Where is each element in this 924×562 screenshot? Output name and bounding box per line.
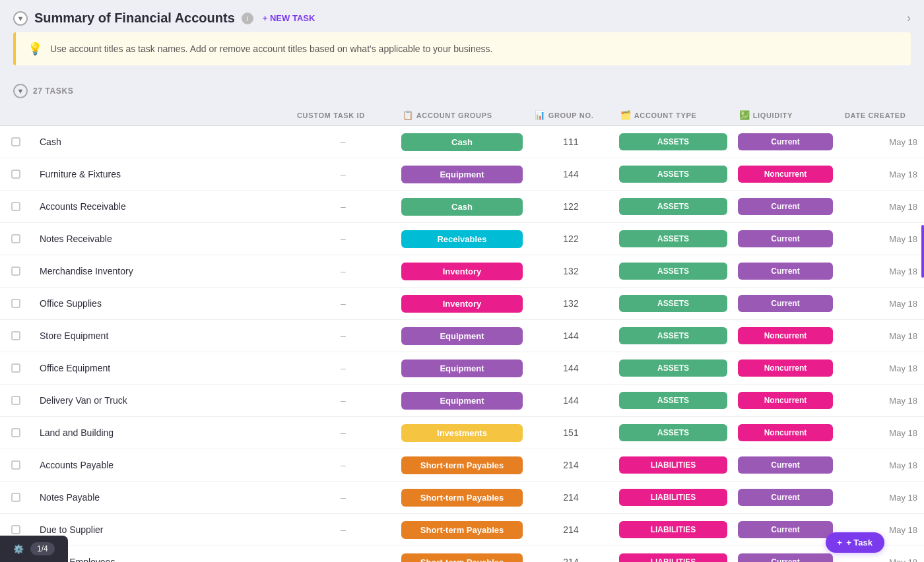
row-checkbox[interactable] (11, 460, 20, 470)
row-checkbox[interactable] (11, 170, 20, 179)
group-badge[interactable]: Short-term Payables (401, 489, 523, 507)
row-custom-id: – (290, 293, 396, 314)
row-custom-id: – (290, 325, 396, 346)
row-liquidity: Current (733, 454, 838, 476)
row-checkbox[interactable] (11, 428, 20, 437)
row-liquidity: Current (733, 131, 838, 153)
table-row[interactable]: Delivery Van or Truck – Equipment 144 AS… (0, 385, 924, 417)
table-row[interactable]: Land and Building – Investments 151 ASSE… (0, 417, 924, 449)
liquidity-badge[interactable]: Current (738, 456, 833, 474)
liquidity-badge[interactable]: Current (738, 230, 833, 247)
table-row[interactable]: Store Equipment – Equipment 144 ASSETS N… (0, 320, 924, 352)
account-type-badge[interactable]: ASSETS (619, 359, 727, 377)
table-row[interactable]: Cash – Cash 111 ASSETS Current May 18 (0, 126, 924, 158)
liquidity-badge[interactable]: Current (738, 553, 833, 562)
settings-icon[interactable]: ⚙️ (13, 544, 24, 554)
table-row[interactable]: Due to Supplier – Short-term Payables 21… (0, 514, 924, 546)
group-badge[interactable]: Short-term Payables (401, 553, 523, 563)
row-checkbox[interactable] (11, 266, 20, 276)
account-type-badge[interactable]: ASSETS (619, 166, 727, 183)
group-badge[interactable]: Equipment (401, 327, 523, 345)
row-custom-id: – (290, 422, 396, 443)
table-row[interactable]: Notes Payable – Short-term Payables 214 … (0, 482, 924, 514)
row-checkbox[interactable] (11, 363, 20, 373)
group-badge[interactable]: Receivables (401, 230, 523, 248)
new-task-button[interactable]: + NEW TASK (263, 13, 315, 23)
account-type-badge[interactable]: ASSETS (619, 327, 727, 344)
row-checkbox-cell (0, 170, 32, 179)
row-checkbox[interactable] (11, 234, 20, 243)
info-icon[interactable]: i (242, 13, 253, 24)
row-group-no: 132 (528, 293, 614, 314)
row-checkbox-cell (0, 363, 32, 373)
account-type-badge[interactable]: ASSETS (619, 198, 727, 215)
row-date: May 18 (838, 164, 924, 185)
liquidity-badge[interactable]: Noncurrent (738, 359, 833, 377)
row-liquidity: Current (733, 195, 838, 218)
row-checkbox[interactable] (11, 299, 20, 308)
group-badge[interactable]: Investments (401, 424, 523, 442)
group-badge[interactable]: Inventory (401, 263, 523, 280)
group-badge[interactable]: Equipment (401, 392, 523, 410)
liquidity-badge[interactable]: Noncurrent (738, 392, 833, 409)
liquidity-badge[interactable]: Current (738, 133, 833, 150)
header-chevron[interactable]: › (907, 11, 911, 25)
row-checkbox[interactable] (11, 525, 20, 534)
row-checkbox[interactable] (11, 137, 20, 146)
add-task-button[interactable]: + + Task (826, 532, 884, 553)
account-type-badge[interactable]: ASSETS (619, 424, 727, 441)
row-checkbox[interactable] (11, 202, 20, 211)
row-checkbox[interactable] (11, 396, 20, 405)
account-type-badge[interactable]: ASSETS (619, 230, 727, 247)
row-custom-id: – (290, 390, 396, 411)
group-badge[interactable]: Inventory (401, 295, 523, 313)
row-liquidity: Noncurrent (733, 357, 838, 379)
account-type-badge[interactable]: LIABILITIES (619, 456, 727, 474)
table-row[interactable]: Notes Receivable – Receivables 122 ASSET… (0, 223, 924, 255)
table-row[interactable]: Furniture & Fixtures – Equipment 144 ASS… (0, 158, 924, 191)
liquidity-badge[interactable]: Current (738, 295, 833, 312)
header-toggle[interactable]: ▼ (13, 11, 28, 26)
table-row[interactable]: Office Supplies – Inventory 132 ASSETS C… (0, 288, 924, 320)
table-row[interactable]: Due to Employees – Short-term Payables 2… (0, 546, 924, 562)
row-group-no: 214 (528, 519, 614, 540)
row-group: Equipment (396, 357, 528, 380)
account-type-badge[interactable]: LIABILITIES (619, 489, 727, 506)
row-custom-id: – (290, 358, 396, 379)
tasks-toggle[interactable]: ▼ (13, 84, 28, 98)
add-task-plus-icon: + (838, 538, 843, 547)
row-group-no: 144 (528, 325, 614, 346)
table-row[interactable]: Accounts Payable – Short-term Payables 2… (0, 449, 924, 482)
group-badge[interactable]: Short-term Payables (401, 521, 523, 539)
group-badge[interactable]: Equipment (401, 359, 523, 377)
table-row[interactable]: Office Equipment – Equipment 144 ASSETS … (0, 352, 924, 385)
account-type-badge[interactable]: LIABILITIES (619, 553, 727, 562)
row-group-no: 144 (528, 390, 614, 411)
liquidity-badge[interactable]: Current (738, 521, 833, 538)
row-checkbox[interactable] (11, 493, 20, 502)
account-type-badge[interactable]: LIABILITIES (619, 521, 727, 538)
account-type-badge[interactable]: ASSETS (619, 133, 727, 150)
row-group-no: 122 (528, 196, 614, 217)
liquidity-badge[interactable]: Noncurrent (738, 424, 833, 441)
row-checkbox[interactable] (11, 331, 20, 340)
row-account-type: ASSETS (614, 422, 733, 444)
account-type-badge[interactable]: ASSETS (619, 295, 727, 312)
liquidity-badge[interactable]: Noncurrent (738, 166, 833, 183)
liquidity-badge[interactable]: Current (738, 489, 833, 506)
group-badge[interactable]: Short-term Payables (401, 456, 523, 474)
liquidity-badge[interactable]: Current (738, 198, 833, 215)
account-type-badge[interactable]: ASSETS (619, 392, 727, 409)
group-badge[interactable]: Cash (401, 133, 523, 151)
row-checkbox-cell (0, 493, 32, 502)
table-row[interactable]: Accounts Receivable – Cash 122 ASSETS Cu… (0, 191, 924, 223)
group-badge[interactable]: Cash (401, 198, 523, 216)
row-group: Inventory (396, 260, 528, 283)
liquidity-badge[interactable]: Noncurrent (738, 327, 833, 344)
row-date: May 18 (838, 197, 924, 217)
liquidity-badge[interactable]: Current (738, 263, 833, 280)
table-row[interactable]: Merchandise Inventory – Inventory 132 AS… (0, 255, 924, 288)
bottom-bar: ⚙️ 1/4 (0, 536, 68, 562)
group-badge[interactable]: Equipment (401, 166, 523, 183)
account-type-badge[interactable]: ASSETS (619, 263, 727, 280)
